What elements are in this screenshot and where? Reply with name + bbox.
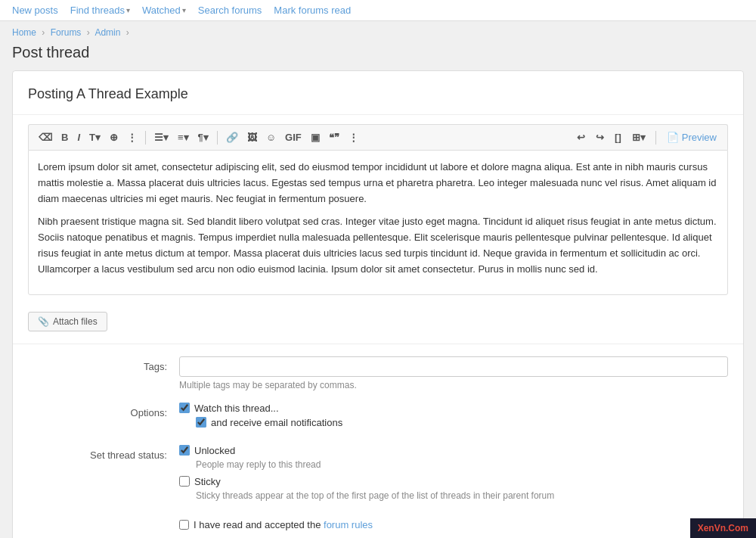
breadcrumb-sep-2: › bbox=[87, 27, 90, 38]
toolbar-italic[interactable]: I bbox=[73, 130, 84, 145]
sticky-label: Sticky bbox=[194, 476, 221, 487]
toolbar-quote[interactable]: ❝❞ bbox=[325, 130, 343, 145]
nav-watched-wrapper: Watched ▾ bbox=[142, 5, 186, 16]
thread-title-section: Posting A Thread Example bbox=[13, 71, 743, 115]
forum-rules-row: I have read and accepted the forum rules bbox=[28, 519, 728, 530]
email-notifications-checkbox[interactable] bbox=[196, 417, 206, 428]
forum-rules-link[interactable]: forum rules bbox=[324, 519, 373, 530]
form-fields: Tags: Multiple tags may be separated by … bbox=[13, 344, 743, 538]
toolbar-media[interactable]: ▣ bbox=[307, 130, 324, 145]
watch-thread-row: Watch this thread... bbox=[179, 403, 728, 414]
breadcrumb-forums[interactable]: Forums bbox=[51, 27, 82, 38]
breadcrumb-home[interactable]: Home bbox=[12, 27, 36, 38]
toolbar-list[interactable]: ☰▾ bbox=[150, 130, 172, 145]
unlocked-label: Unlocked bbox=[194, 445, 235, 456]
editor-paragraph-1: Lorem ipsum dolor sit amet, consectetur … bbox=[38, 160, 718, 207]
watch-thread-checkbox[interactable] bbox=[179, 403, 190, 413]
watermark-text: XenVn.Com bbox=[698, 523, 748, 533]
toolbar-bold[interactable]: B bbox=[57, 130, 72, 145]
breadcrumb-admin[interactable]: Admin bbox=[94, 27, 120, 38]
unlocked-checkbox[interactable] bbox=[179, 445, 190, 456]
attach-files-label: Attach files bbox=[53, 316, 98, 327]
preview-icon: 📄 bbox=[667, 132, 679, 143]
toolbar-more1[interactable]: ⋮ bbox=[123, 130, 141, 145]
main-content: Posting A Thread Example ⌫ B I T▾ ⊕ ⋮ ☰▾… bbox=[12, 70, 744, 538]
toolbar-gif[interactable]: GIF bbox=[281, 130, 305, 145]
unlocked-hint: People may reply to this thread bbox=[196, 459, 728, 470]
tags-row: Tags: Multiple tags may be separated by … bbox=[28, 356, 728, 390]
find-threads-arrow: ▾ bbox=[126, 6, 130, 14]
watermark: XenVn.Com bbox=[690, 518, 756, 538]
editor-content[interactable]: Lorem ipsum dolor sit amet, consectetur … bbox=[28, 150, 728, 295]
forum-rules-control: I have read and accepted the forum rules bbox=[179, 519, 728, 530]
toolbar-more2[interactable]: ⋮ bbox=[345, 130, 362, 145]
nav-mark-read[interactable]: Mark forums read bbox=[274, 5, 351, 16]
sticky-row: Sticky bbox=[179, 476, 728, 487]
toolbar-link-text[interactable]: ⊕ bbox=[106, 130, 122, 145]
top-navigation: New posts Find threads ▾ Watched ▾ Searc… bbox=[0, 0, 756, 21]
toolbar-eraser[interactable]: ⌫ bbox=[35, 130, 56, 145]
forum-rules-label-spacer bbox=[28, 519, 179, 524]
toolbar-right: ↩ ↪ [] ⊞▾ 📄 Preview bbox=[573, 129, 721, 145]
forum-rules-checkbox-row: I have read and accepted the forum rules bbox=[179, 519, 728, 530]
attach-files-button[interactable]: 📎 Attach files bbox=[28, 312, 107, 331]
nav-watched[interactable]: Watched bbox=[142, 5, 181, 16]
tags-input[interactable] bbox=[179, 356, 728, 377]
toolbar-align[interactable]: ≡▾ bbox=[174, 130, 193, 145]
options-label: Options: bbox=[28, 403, 179, 418]
breadcrumb: Home › Forums › Admin › bbox=[0, 21, 756, 41]
toolbar-sep-3 bbox=[655, 131, 656, 145]
tags-control: Multiple tags may be separated by commas… bbox=[179, 356, 728, 390]
watched-arrow: ▾ bbox=[182, 6, 186, 14]
sticky-checkbox[interactable] bbox=[179, 476, 190, 487]
email-notifications-row: and receive email notifications bbox=[196, 417, 728, 428]
tags-label: Tags: bbox=[28, 356, 179, 372]
toolbar-text[interactable]: T▾ bbox=[85, 130, 104, 145]
nav-find-threads-wrapper: Find threads ▾ bbox=[70, 5, 130, 16]
paperclip-icon: 📎 bbox=[38, 316, 49, 327]
nav-search-forums[interactable]: Search forums bbox=[198, 5, 262, 16]
attach-section: 📎 Attach files bbox=[13, 304, 743, 344]
email-notifications-label: and receive email notifications bbox=[211, 417, 342, 428]
toolbar-more3[interactable]: ⊞▾ bbox=[628, 130, 649, 145]
toolbar-emoji[interactable]: ☺ bbox=[262, 130, 280, 145]
tags-hint: Multiple tags may be separated by commas… bbox=[179, 380, 728, 390]
thread-status-row: Set thread status: Unlocked People may r… bbox=[28, 445, 728, 507]
forum-rules-prefix: I have read and accepted the bbox=[194, 519, 321, 530]
page-title: Post thread bbox=[0, 41, 756, 70]
toolbar-paragraph[interactable]: ¶▾ bbox=[194, 130, 212, 145]
editor-paragraph-2: Nibh praesent tristique magna sit. Sed b… bbox=[38, 214, 718, 277]
thread-status-label: Set thread status: bbox=[28, 445, 179, 461]
editor-toolbar: ⌫ B I T▾ ⊕ ⋮ ☰▾ ≡▾ ¶▾ 🔗 🖼 ☺ GIF ▣ ❝❞ ⋮ ↩… bbox=[28, 124, 728, 150]
toolbar-sep-2 bbox=[217, 131, 218, 145]
breadcrumb-sep-1: › bbox=[42, 27, 45, 38]
watch-thread-label: Watch this thread... bbox=[194, 403, 279, 414]
editor-area: ⌫ B I T▾ ⊕ ⋮ ☰▾ ≡▾ ¶▾ 🔗 🖼 ☺ GIF ▣ ❝❞ ⋮ ↩… bbox=[13, 115, 743, 304]
toolbar-sep-1 bbox=[145, 131, 146, 145]
email-notifications-sub: and receive email notifications bbox=[196, 417, 728, 428]
toolbar-code[interactable]: [] bbox=[611, 130, 625, 145]
thread-title: Posting A Thread Example bbox=[28, 86, 728, 102]
preview-button[interactable]: 📄 Preview bbox=[662, 129, 721, 145]
options-control: Watch this thread... and receive email n… bbox=[179, 403, 728, 433]
forum-rules-checkbox[interactable] bbox=[179, 520, 189, 530]
forum-rules-text: I have read and accepted the forum rules bbox=[194, 519, 373, 530]
toolbar-redo[interactable]: ↪ bbox=[592, 130, 608, 145]
breadcrumb-sep-3: › bbox=[126, 27, 129, 38]
preview-label: Preview bbox=[682, 132, 717, 143]
toolbar-insert-link[interactable]: 🔗 bbox=[222, 130, 242, 145]
sticky-hint: Sticky threads appear at the top of the … bbox=[196, 490, 728, 501]
nav-find-threads[interactable]: Find threads bbox=[70, 5, 125, 16]
toolbar-undo[interactable]: ↩ bbox=[573, 130, 589, 145]
toolbar-image[interactable]: 🖼 bbox=[243, 130, 261, 145]
thread-status-control: Unlocked People may reply to this thread… bbox=[179, 445, 728, 507]
options-row: Options: Watch this thread... and receiv… bbox=[28, 403, 728, 433]
unlocked-row: Unlocked bbox=[179, 445, 728, 456]
nav-new-posts[interactable]: New posts bbox=[12, 5, 58, 16]
